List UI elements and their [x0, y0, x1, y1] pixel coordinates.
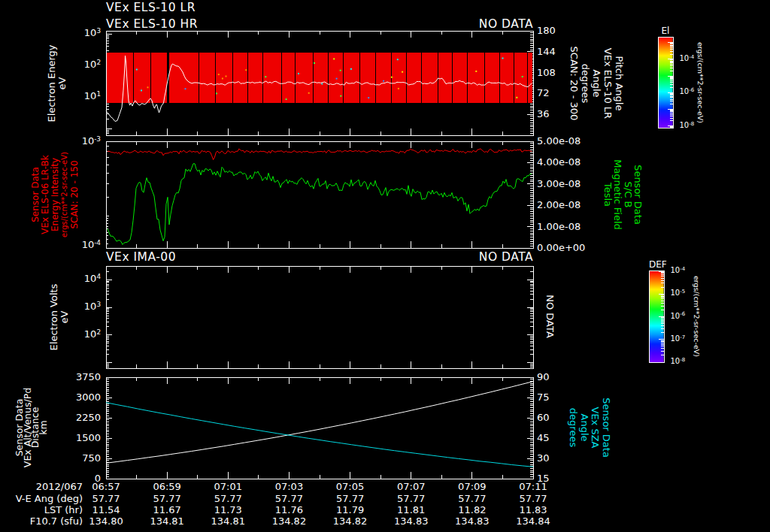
p4-right-axis-label-line: Angle [579, 414, 589, 442]
bottom-row-value: 11.54 [76, 505, 136, 515]
speck [340, 95, 341, 97]
panel3-no-data: NO DATA [421, 252, 533, 264]
panel-2-frame [106, 141, 533, 248]
speck [383, 80, 384, 82]
els-spectrogram-band [107, 53, 532, 103]
speck [398, 88, 399, 89]
p2-right-axis-label-line: Magnetic Field [613, 159, 623, 230]
p1-right-axis-label-line: SCAN: 20 - 300 [569, 46, 579, 120]
bottom-row-value: 57.77 [442, 494, 502, 503]
p3-right-no-data-line: NO DATA [545, 295, 555, 338]
p4-right-axis-label-line: VEx SZA [590, 407, 600, 449]
speck [222, 78, 223, 80]
p2-left-axis-label-line: Energy Intensity [50, 158, 59, 231]
time-tick-label: 06:57 [76, 482, 136, 491]
time-tick-label: 07:01 [198, 482, 258, 491]
bottom-row-label: LST (hr) [0, 505, 83, 515]
panel-3-frame [106, 266, 533, 368]
altitude-line [106, 382, 533, 464]
p4-left-tick-label: 3750 [71, 372, 101, 382]
speck [333, 58, 335, 59]
p4-left-tick-label: 2250 [71, 413, 101, 422]
bottom-row-value: 11.76 [259, 505, 319, 515]
bottom-row-value: 11.82 [442, 505, 502, 515]
p2-right-axis-label-line: Sensor Data [633, 165, 643, 225]
p4-right-tick-label: 30 [537, 453, 550, 463]
speck [321, 83, 323, 85]
p1-left-axis-label-line: Electron Energy [47, 44, 56, 122]
colorbar1-tick-label: 10-4 [680, 55, 695, 62]
p4-left-tick-label: 750 [71, 453, 101, 463]
p4-left-tick-label: 3000 [71, 392, 101, 402]
time-tick-label: 07:11 [503, 482, 563, 491]
speck [308, 92, 310, 94]
speck [245, 69, 247, 71]
speck [502, 58, 504, 59]
p1-right-tick-label: 180 [537, 26, 556, 35]
bottom-row-value: 11.67 [137, 505, 197, 515]
els-bk-intensity-line [108, 149, 532, 160]
bottom-row-value: 134.81 [198, 516, 258, 526]
sza-line [106, 403, 533, 467]
bottom-row-value: 134.82 [320, 516, 380, 526]
p1-left-tick-label: 101 [71, 91, 101, 101]
p1-right-axis-label-line: Angle [592, 69, 602, 97]
p3-left-axis-label-line: Electron Volts [49, 284, 59, 351]
speck [397, 59, 399, 60]
bottom-row-label: V-E Ang (deg) [0, 494, 83, 503]
p2-left-tick-label: 10-4 [71, 240, 101, 249]
p1-left-axis-label-line: eV [57, 77, 67, 89]
panel1-no-data: NO DATA [421, 19, 533, 31]
p4-left-axis-label-line: km [39, 420, 49, 434]
p1-left-tick-label: 103 [71, 28, 101, 38]
magnetic-field-line [108, 164, 532, 245]
p2-left-axis-label-line: ergs/(cm**2-sr-sec-eV) [61, 152, 68, 237]
p4-right-axis-label-line: Sensor Data [601, 397, 611, 458]
p3-left-tick-label: 102 [71, 329, 101, 339]
panel-4-frame [106, 377, 533, 479]
p2-left-axis-label-line: SCAN: 20 - 150 [70, 160, 79, 228]
bottom-row-value: 57.77 [76, 494, 136, 503]
colorbar2-tick-label: 10-5 [671, 289, 686, 297]
colorbar2-tick-label: 10-4 [671, 267, 686, 274]
time-tick-label: 07:07 [381, 482, 441, 491]
bottom-row-value: 57.77 [381, 494, 441, 503]
bottom-row-value: 134.83 [442, 516, 502, 526]
speck [265, 76, 266, 77]
speck [516, 97, 517, 98]
p4-right-tick-label: 45 [537, 433, 550, 443]
p4-right-axis-label-line: degrees [568, 408, 578, 447]
p2-left-axis-label-line: Sensor Data [31, 167, 40, 222]
p2-left-axis-label-line: VEx ELS-06 LR-Bk [41, 155, 50, 234]
p1-left-tick-label: 102 [71, 59, 101, 69]
p1-right-axis-label-line: VEx ELS-10 LR [603, 47, 613, 118]
p1-right-tick-label: 72 [537, 88, 550, 98]
speck [314, 62, 315, 64]
p4-right-tick-label: 75 [537, 392, 550, 402]
speck [136, 69, 138, 71]
bottom-row-value: 134.84 [503, 516, 563, 526]
p3-left-tick-label: 103 [71, 301, 101, 311]
p4-right-tick-label: 60 [537, 413, 550, 422]
speck [391, 77, 393, 78]
p1-right-tick-label: 36 [537, 109, 550, 119]
colorbar1-tick-label: 10-6 [680, 88, 695, 95]
p2-right-tick-label: 2.00e-08 [537, 200, 581, 210]
p1-right-tick-label: 108 [537, 68, 556, 77]
colorbar1-title: El [658, 26, 673, 35]
speck [475, 71, 477, 72]
speck [147, 86, 149, 88]
panel3-title: VEx IMA-00 [106, 252, 176, 264]
bottom-row-value: 134.83 [381, 516, 441, 526]
speck [336, 78, 338, 80]
speck [141, 89, 142, 91]
panel1-title-line1: VEx ELS-10 LR [106, 2, 196, 14]
speck [298, 73, 299, 74]
p1-right-axis-label-line: Pitch Angle [614, 56, 624, 110]
colorbar2-tick-label: 10-7 [671, 335, 686, 343]
p2-left-tick-label: 10-3 [71, 136, 101, 146]
bottom-row-value: 57.77 [198, 494, 258, 503]
colorbar2-title: DEF [649, 260, 664, 269]
colorbar1-tick-label: 10-8 [680, 122, 695, 129]
bottom-row-value: 11.73 [198, 505, 258, 515]
